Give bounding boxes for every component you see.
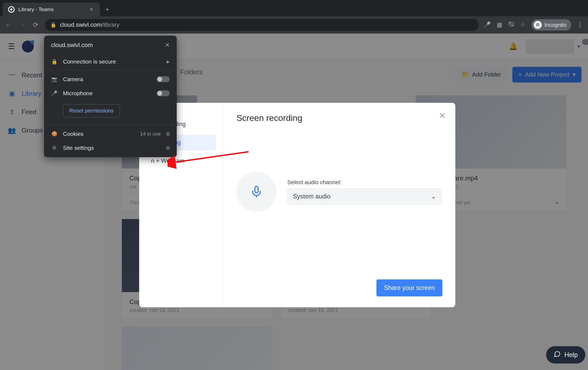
help-label: Help xyxy=(564,351,578,359)
new-tab-button[interactable]: + xyxy=(105,6,109,13)
forward-button[interactable]: → xyxy=(18,21,26,29)
url-text: cloud.swivl.com/library xyxy=(60,21,119,28)
svg-rect-6 xyxy=(255,186,258,193)
browser-chrome: Library - Teams ✕ + ← → ⟳ 🔒 cloud.swivl.… xyxy=(0,0,588,34)
toolbar-right: 🎤 ▦ ☆ Incognito ⋮ xyxy=(483,19,584,31)
microphone-icon xyxy=(250,185,263,198)
reset-permissions-button[interactable]: Reset permissions xyxy=(63,104,120,117)
microphone-permission-row: 🎤 Microphone xyxy=(44,86,177,100)
mic-indicator xyxy=(236,172,276,212)
connection-secure-row[interactable]: 🔒 Connection is secure ▶ xyxy=(44,55,177,69)
modal-title: Screen recording xyxy=(236,113,442,123)
camera-label: Camera xyxy=(63,76,83,82)
eye-off-icon[interactable] xyxy=(508,21,514,29)
extensions-icon[interactable]: ▦ xyxy=(497,21,502,28)
favicon-icon xyxy=(8,6,15,13)
gear-icon: ⚙ xyxy=(51,145,58,151)
app: ☰ 🔔 ▾ 〰 Recent a ▣ Library ⇪ Feed 👥 Gr xyxy=(0,34,588,370)
incognito-icon xyxy=(534,21,542,29)
incognito-badge[interactable]: Incognito xyxy=(532,19,571,31)
menu-icon[interactable]: ⋮ xyxy=(577,21,584,28)
microphone-toggle[interactable] xyxy=(157,90,170,96)
chevron-right-icon: ▶ xyxy=(167,60,170,64)
camera-permission-row: 📷 Camera xyxy=(44,72,177,86)
connection-label: Connection is secure xyxy=(63,58,116,65)
svg-point-1 xyxy=(536,25,537,26)
mic-blocked-icon[interactable]: 🎤 xyxy=(483,21,491,28)
chevron-down-icon: ⌄ xyxy=(431,193,436,200)
close-icon[interactable]: ✕ xyxy=(88,5,95,14)
camera-blocked-icon: 📷 xyxy=(51,76,58,82)
help-button[interactable]: Help xyxy=(546,346,585,364)
back-button[interactable]: ← xyxy=(4,21,13,29)
site-settings-row[interactable]: ⚙ Site settings ⧉ xyxy=(44,141,177,157)
tab-title: Library - Teams xyxy=(18,6,85,12)
modal-body: Screen recording ✕ Select audio channel:… xyxy=(223,103,455,307)
close-icon[interactable]: ✕ xyxy=(439,111,446,120)
chat-icon xyxy=(554,351,561,359)
popover-title: cloud.swivl.com xyxy=(51,42,93,49)
microphone-label: Microphone xyxy=(63,90,93,97)
address-bar[interactable]: 🔒 cloud.swivl.com/library xyxy=(45,19,479,31)
cookie-icon: 🍪 xyxy=(51,131,58,137)
reload-button[interactable]: ⟳ xyxy=(31,21,40,29)
cookies-row[interactable]: 🍪 Cookies 14 in use ⧉ xyxy=(44,127,177,141)
modal-content: Select audio channel: System audio ⌄ xyxy=(236,172,442,212)
svg-point-2 xyxy=(538,25,539,26)
browser-tab[interactable]: Library - Teams ✕ xyxy=(3,3,100,16)
incognito-label: Incognito xyxy=(544,22,566,28)
browser-toolbar: ← → ⟳ 🔒 cloud.swivl.com/library 🎤 ▦ ☆ In… xyxy=(0,16,588,34)
audio-channel-label: Select audio channel: xyxy=(287,179,442,186)
share-screen-button[interactable]: Share your screen xyxy=(376,279,442,296)
tab-strip: Library - Teams ✕ + xyxy=(0,0,588,16)
close-icon[interactable]: ✕ xyxy=(165,42,170,49)
star-icon[interactable]: ☆ xyxy=(520,21,526,28)
camera-toggle[interactable] xyxy=(157,76,170,82)
screen-recording-modal: am recording n recording n + Webcam Scre… xyxy=(139,103,455,307)
lock-icon[interactable]: 🔒 xyxy=(50,22,56,28)
cookies-count: 14 in use xyxy=(140,131,161,137)
mic-blocked-icon: 🎤 xyxy=(51,90,58,96)
lock-icon: 🔒 xyxy=(51,59,58,65)
cookies-label: Cookies xyxy=(63,131,83,137)
site-settings-label: Site settings xyxy=(63,145,94,151)
audio-channel-select[interactable]: System audio ⌄ xyxy=(287,188,442,205)
site-info-popover: cloud.swivl.com ✕ 🔒 Connection is secure… xyxy=(44,36,177,157)
open-external-icon: ⧉ xyxy=(166,145,170,151)
open-external-icon: ⧉ xyxy=(166,131,170,137)
audio-channel-value: System audio xyxy=(293,193,330,200)
